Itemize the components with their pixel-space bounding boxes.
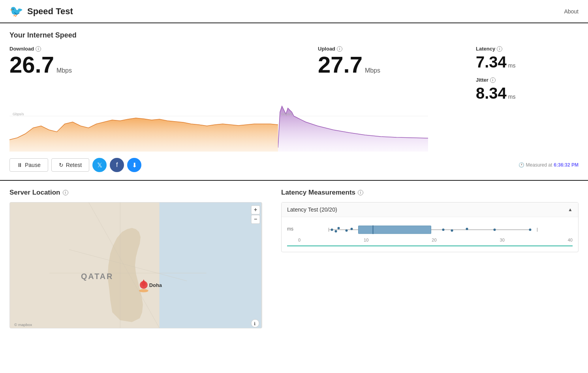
download-value-row: 26.7 Mbps bbox=[9, 53, 310, 76]
svg-text:QATAR: QATAR bbox=[81, 272, 114, 281]
jitter-value-row: 8.34 ms bbox=[476, 85, 579, 101]
pause-button[interactable]: ⏸ Pause bbox=[9, 158, 48, 172]
latency-info-icon[interactable]: i bbox=[497, 46, 502, 52]
app-title: Speed Test bbox=[27, 6, 73, 17]
about-link[interactable]: About bbox=[564, 8, 579, 15]
header-left: 🐦 Speed Test bbox=[9, 5, 73, 18]
axis-30: 30 bbox=[500, 238, 505, 242]
jitter-unit: ms bbox=[508, 94, 516, 100]
svg-point-28 bbox=[338, 227, 340, 229]
retest-icon: ↻ bbox=[59, 162, 64, 168]
svg-text:ℹ: ℹ bbox=[254, 321, 255, 326]
jitter-label: Jitter i bbox=[476, 77, 579, 83]
latency-value-row: 7.34 ms bbox=[476, 54, 579, 70]
boxplot-track bbox=[298, 223, 573, 235]
server-location-title: Server Location i bbox=[9, 189, 270, 197]
latency-label: Latency i bbox=[476, 46, 579, 52]
upload-unit: Mbps bbox=[365, 67, 380, 74]
twitter-share-button[interactable]: 𝕏 bbox=[92, 158, 107, 172]
facebook-share-button[interactable]: f bbox=[110, 158, 124, 172]
latency-measurements-section: Latency Measurements i Latency Test (20/… bbox=[270, 189, 579, 328]
svg-point-32 bbox=[451, 229, 453, 232]
jitter-number: 8.34 bbox=[476, 85, 507, 101]
svg-point-34 bbox=[494, 229, 496, 231]
svg-text:Gbps/s: Gbps/s bbox=[13, 112, 24, 116]
twitter-icon: 𝕏 bbox=[97, 161, 102, 169]
svg-point-35 bbox=[529, 229, 532, 231]
map-container: QATAR Doha © mapbox + − ℹ bbox=[9, 202, 262, 328]
svg-text:© mapbox: © mapbox bbox=[14, 322, 32, 327]
boxplot-ms-label: ms bbox=[287, 226, 295, 232]
facebook-icon: f bbox=[116, 161, 118, 169]
controls-left: ⏸ Pause ↻ Retest 𝕏 f ⬇ bbox=[9, 158, 141, 172]
speed-section-title: Your Internet Speed bbox=[9, 31, 579, 39]
pause-icon: ⏸ bbox=[17, 162, 23, 168]
latency-unit: ms bbox=[508, 62, 516, 69]
jitter-info-icon[interactable]: i bbox=[490, 77, 496, 83]
charts-row: Gbps/s Gbps/s bbox=[9, 104, 579, 152]
upload-label: Upload i bbox=[318, 46, 468, 52]
svg-text:Doha: Doha bbox=[149, 282, 162, 288]
axis-labels: 0 10 20 30 40 bbox=[298, 238, 573, 242]
server-info-icon[interactable]: i bbox=[63, 190, 68, 195]
speed-section: Your Internet Speed Download i 26.7 Mbps… bbox=[0, 23, 588, 181]
axis-10: 10 bbox=[364, 238, 368, 242]
controls-row: ⏸ Pause ↻ Retest 𝕏 f ⬇ 🕐 Measured at 6:3… bbox=[9, 158, 579, 172]
clock-icon: 🕐 bbox=[518, 162, 524, 168]
axis-20: 20 bbox=[432, 238, 436, 242]
save-button[interactable]: ⬇ bbox=[127, 158, 141, 172]
upload-chart: Gbps/s bbox=[278, 104, 428, 152]
svg-rect-5 bbox=[160, 202, 261, 328]
latency-jitter-metric: Latency i 7.34 ms Jitter i 8.34 ms bbox=[476, 46, 579, 101]
axis-40: 40 bbox=[568, 238, 573, 242]
latency-measurements-info-icon[interactable]: i bbox=[358, 190, 363, 195]
latency-panel: Latency Test (20/20) ▲ ms bbox=[281, 202, 579, 252]
svg-text:+: + bbox=[254, 206, 257, 213]
teal-divider bbox=[287, 246, 573, 246]
download-label: Download i bbox=[9, 46, 310, 52]
svg-rect-22 bbox=[359, 226, 431, 234]
app-header: 🐦 Speed Test About bbox=[0, 0, 588, 23]
download-info-icon[interactable]: i bbox=[36, 46, 41, 52]
download-chart: Gbps/s bbox=[9, 104, 278, 152]
latency-number: 7.34 bbox=[476, 54, 507, 70]
download-number: 26.7 bbox=[9, 53, 54, 76]
collapse-icon[interactable]: ▲ bbox=[568, 207, 573, 212]
download-metric: Download i 26.7 Mbps bbox=[9, 46, 310, 76]
app-logo-icon: 🐦 bbox=[9, 5, 23, 18]
upload-metric: Upload i 27.7 Mbps bbox=[318, 46, 468, 76]
latency-panel-header: Latency Test (20/20) ▲ bbox=[282, 202, 578, 217]
latency-panel-title: Latency Test (20/20) bbox=[287, 206, 337, 213]
svg-point-26 bbox=[331, 229, 333, 231]
axis-0: 0 bbox=[298, 238, 301, 242]
latency-measurements-title: Latency Measurements i bbox=[281, 189, 579, 197]
bottom-section: Server Location i QATAR bbox=[0, 181, 588, 336]
boxplot-row: ms bbox=[287, 223, 573, 235]
retest-button[interactable]: ↻ Retest bbox=[51, 158, 89, 172]
svg-point-13 bbox=[139, 289, 148, 292]
latency-chart-area: ms bbox=[282, 217, 578, 252]
svg-point-33 bbox=[466, 228, 468, 230]
svg-point-31 bbox=[442, 229, 445, 231]
svg-point-29 bbox=[346, 229, 348, 232]
upload-value-row: 27.7 Mbps bbox=[318, 53, 468, 76]
measured-time: 6:36:32 PM bbox=[554, 162, 579, 168]
server-location-section: Server Location i QATAR bbox=[9, 189, 270, 328]
svg-point-27 bbox=[335, 230, 337, 232]
axis-row: 0 10 20 30 40 bbox=[287, 238, 573, 242]
download-unit: Mbps bbox=[56, 67, 72, 74]
svg-point-30 bbox=[351, 228, 353, 230]
download-icon: ⬇ bbox=[132, 161, 137, 169]
svg-text:Gbps/s: Gbps/s bbox=[281, 112, 293, 116]
svg-text:−: − bbox=[254, 216, 257, 222]
upload-info-icon[interactable]: i bbox=[337, 46, 342, 52]
upload-number: 27.7 bbox=[318, 53, 363, 76]
measured-at-text: 🕐 Measured at 6:36:32 PM bbox=[518, 162, 579, 168]
